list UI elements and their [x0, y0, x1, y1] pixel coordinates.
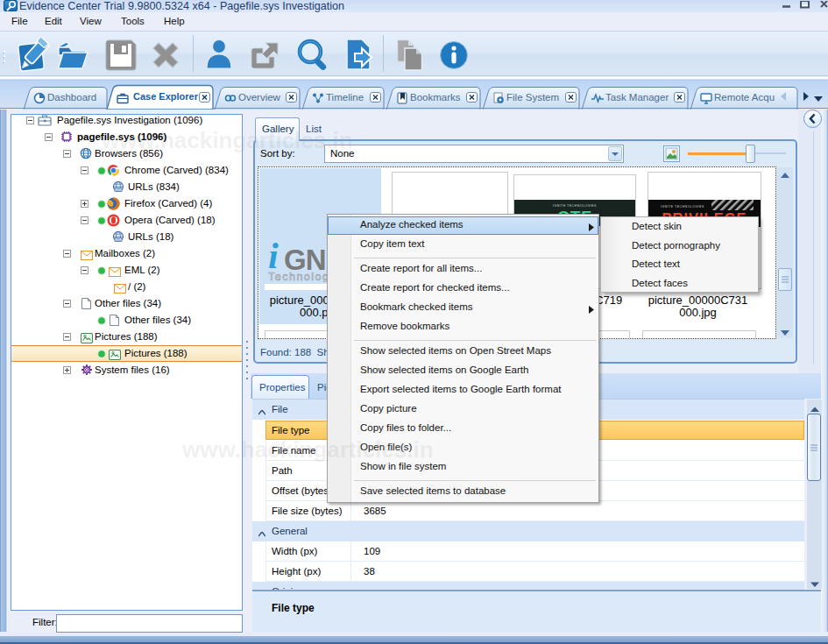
svg-text:IGNITE TECHNOLOGIES: IGNITE TECHNOLOGIES: [661, 205, 704, 209]
svg-text:URL: URL: [115, 238, 121, 242]
svg-text:URL: URL: [115, 188, 121, 192]
